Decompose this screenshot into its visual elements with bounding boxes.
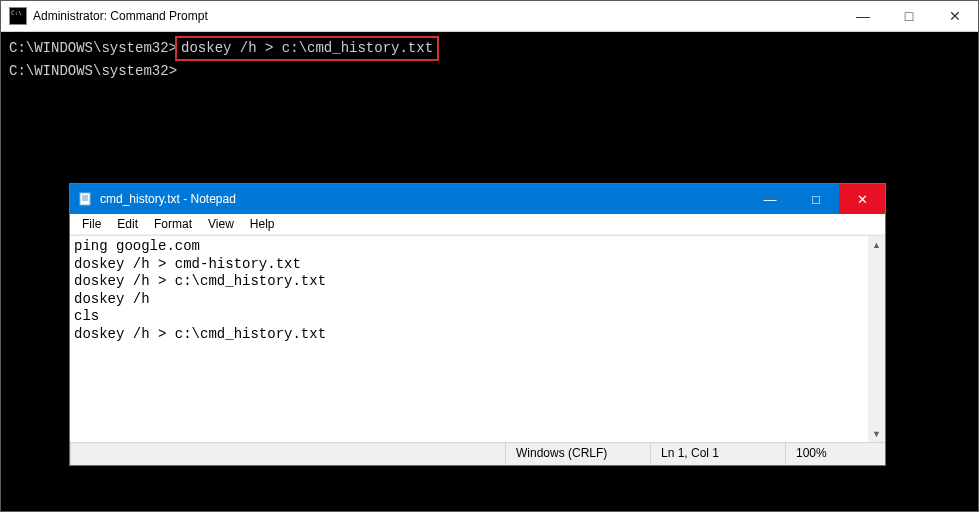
- cmd-prompt-path: C:\WINDOWS\system32>: [9, 40, 177, 56]
- menu-help[interactable]: Help: [242, 215, 283, 233]
- status-encoding: Windows (CRLF): [505, 443, 650, 465]
- highlighted-command: doskey /h > c:\cmd_history.txt: [175, 36, 439, 61]
- menu-file[interactable]: File: [74, 215, 109, 233]
- cmd-titlebar[interactable]: Administrator: Command Prompt — □ ✕: [1, 1, 978, 32]
- scroll-down-icon[interactable]: ▼: [868, 425, 885, 442]
- cmd-line-1: C:\WINDOWS\system32>doskey /h > c:\cmd_h…: [9, 36, 970, 61]
- notepad-window: cmd_history.txt - Notepad — □ ✕ File Edi…: [69, 183, 886, 466]
- notepad-menu-bar: File Edit Format View Help: [70, 214, 885, 235]
- menu-format[interactable]: Format: [146, 215, 200, 233]
- notepad-titlebar[interactable]: cmd_history.txt - Notepad — □ ✕: [70, 184, 885, 214]
- notepad-icon: [78, 191, 94, 207]
- cmd-window-controls: — □ ✕: [840, 1, 978, 31]
- scroll-up-icon[interactable]: ▲: [868, 236, 885, 253]
- status-position: Ln 1, Col 1: [650, 443, 785, 465]
- cmd-icon: [9, 7, 27, 25]
- cmd-line-2: C:\WINDOWS\system32>: [9, 61, 970, 82]
- close-button[interactable]: ✕: [839, 184, 885, 214]
- minimize-button[interactable]: —: [840, 1, 886, 31]
- status-zoom: 100%: [785, 443, 885, 465]
- status-spacer: [70, 443, 505, 465]
- minimize-button[interactable]: —: [747, 184, 793, 214]
- cmd-terminal-area[interactable]: C:\WINDOWS\system32>doskey /h > c:\cmd_h…: [1, 32, 978, 86]
- cmd-title: Administrator: Command Prompt: [33, 9, 208, 23]
- notepad-title: cmd_history.txt - Notepad: [100, 192, 236, 206]
- close-button[interactable]: ✕: [932, 1, 978, 31]
- maximize-button[interactable]: □: [886, 1, 932, 31]
- menu-view[interactable]: View: [200, 215, 242, 233]
- notepad-window-controls: — □ ✕: [747, 184, 885, 214]
- notepad-status-bar: Windows (CRLF) Ln 1, Col 1 100%: [70, 442, 885, 465]
- notepad-body: ping google.com doskey /h > cmd-history.…: [70, 235, 885, 442]
- menu-edit[interactable]: Edit: [109, 215, 146, 233]
- maximize-button[interactable]: □: [793, 184, 839, 214]
- notepad-text-area[interactable]: ping google.com doskey /h > cmd-history.…: [70, 236, 885, 345]
- vertical-scrollbar[interactable]: ▲ ▼: [868, 236, 885, 442]
- svg-rect-0: [80, 193, 90, 205]
